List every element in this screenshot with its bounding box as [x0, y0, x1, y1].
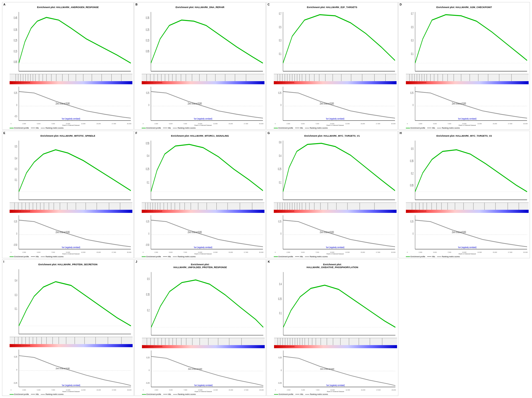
svg-text:0.1: 0.1	[147, 181, 149, 184]
chart-area-I: 0.4 0.3 0.1	[2, 266, 134, 393]
leg-green-I	[10, 394, 14, 395]
panel-label-D: D	[400, 3, 402, 6]
row-1: A Enrichment plot: HALLMARK_ANDROGEN_RES…	[2, 2, 530, 130]
svg-text:'low' (negatively correlated): 'low' (negatively correlated)	[194, 384, 213, 387]
leg-enrich-G: Enrichment profile	[278, 256, 293, 257]
es-chart-J: 0.5 0.35 0.2	[142, 269, 265, 338]
legend-ranking-label: Ranking metric scores	[45, 127, 63, 129]
svg-text:'low' (negatively correlated): 'low' (negatively correlated)	[458, 246, 476, 249]
svg-text:0.1: 0.1	[15, 178, 17, 182]
svg-text:0: 0	[281, 369, 282, 372]
legend-C: Enrichment profile Hits Ranking metric s…	[267, 127, 398, 129]
svg-text:'low' (negatively correlated): 'low' (negatively correlated)	[62, 384, 80, 387]
svg-text:Zero cross at 9180: Zero cross at 9180	[320, 102, 334, 105]
panel-I: I Enrichment plot: HALLMARK_PROTEIN_SECR…	[2, 259, 134, 396]
panel-title-C: Enrichment plot: HALLMARK_E2F_TARGETS	[267, 6, 398, 9]
legend-enrichment-label: Enrichment profile	[14, 127, 29, 129]
panel-title-F: Enrichment plot: HALLMARK_MTORC1_SIGNALI…	[134, 135, 265, 137]
annotation-high-J: high (positively correlated)	[142, 346, 162, 347]
svg-text:0.35: 0.35	[410, 159, 414, 163]
leg-hits-D: Hits	[432, 127, 435, 129]
svg-text:0: 0	[148, 103, 149, 107]
annotation-high-I: high (positively correlated)	[10, 345, 30, 346]
svg-text:0.35: 0.35	[14, 28, 17, 32]
panel-G: G Enrichment plot: HALLMARK_MYC_TARGETS_…	[266, 131, 398, 258]
ranked-chart-K: Zero cross at 9180 0.25 0 -0.25 'low' (n…	[274, 348, 397, 389]
svg-text:'low' (negatively correlated): 'low' (negatively correlated)	[62, 117, 80, 120]
leg-rank-E: Ranking metric scores	[45, 256, 63, 257]
leg-enrich-E: Enrichment profile	[14, 256, 29, 257]
legend-I: Enrichment profile Hits Ranking metric s…	[2, 393, 134, 396]
color-bar-D: high (positively correlated)	[406, 81, 529, 84]
x-axis-label-G: Rank in Ordered Dataset	[274, 253, 397, 255]
svg-text:0.5: 0.5	[411, 25, 414, 29]
panel-label-J: J	[136, 260, 137, 263]
hits-bar-B	[142, 74, 264, 81]
leg-black-I	[31, 394, 35, 394]
es-chart-H: 0.5 0.35 0.2 0.05	[406, 138, 529, 203]
ranked-chart-C: Zero cross at 9180 0.25 0 'low' (negativ…	[274, 84, 397, 123]
chart-area-D: 0.7 0.5 0.3 0.1	[399, 9, 530, 127]
svg-text:0.25: 0.25	[146, 356, 149, 359]
ranked-chart-B: Zero cross at 9180 0.25 0 'low' (negativ…	[142, 84, 264, 123]
leg-green-D	[406, 128, 410, 128]
hits-bar-A	[10, 74, 132, 81]
x-axis-label-I: Rank in Ordered Dataset	[10, 391, 133, 393]
annotation-high-A: high (positively correlated)	[10, 82, 30, 83]
svg-text:0.2: 0.2	[147, 309, 149, 312]
leg-rank-H: Ranking metric scores	[442, 256, 460, 257]
svg-text:-0.25: -0.25	[146, 382, 149, 385]
legend-G: Enrichment profile Hits Ranking metric s…	[267, 255, 398, 258]
panel-title-B: Enrichment plot: HALLMARK_DNA_REPAIR	[134, 6, 265, 9]
chart-area-A: Enrichment score (ES) 0.45 0.35 0.25	[2, 9, 133, 127]
svg-text:0.25: 0.25	[278, 297, 282, 301]
leg-enrich-F: Enrichment profile	[146, 256, 161, 257]
panel-label-G: G	[268, 131, 270, 135]
svg-text:0.5: 0.5	[147, 277, 149, 280]
svg-text:0.05: 0.05	[14, 60, 17, 64]
legend-J: Enrichment profile Hits Ranking metric s…	[135, 393, 266, 396]
es-chart-A: Enrichment score (ES) 0.45 0.35 0.25	[10, 9, 132, 74]
panel-label-E: E	[3, 131, 5, 135]
legend-hits-A: Hits	[31, 127, 39, 129]
annotation-high-B: high (positively correlated)	[142, 82, 162, 83]
svg-text:'low' (negatively correlated): 'low' (negatively correlated)	[194, 246, 212, 249]
leg-gray-E	[41, 256, 45, 257]
leg-hits-H: Hits	[432, 256, 435, 257]
leg-green-F	[142, 256, 146, 257]
leg-hits-E: Hits	[36, 256, 39, 257]
panel-title-K: Enrichment plot:HALLMARK_OXIDATIVE_PHOSP…	[267, 263, 398, 269]
svg-text:Zero cross at 9180: Zero cross at 9180	[188, 367, 202, 370]
svg-text:0.25: 0.25	[146, 220, 149, 223]
leg-gray-K	[305, 394, 309, 395]
leg-black-C	[295, 128, 299, 128]
svg-text:'low' (negatively correlated): 'low' (negatively correlated)	[458, 117, 476, 120]
panel-label-H: H	[400, 131, 402, 135]
leg-hits-K: Hits	[300, 393, 303, 395]
legend-black-icon	[31, 128, 35, 128]
legend-gray-icon	[41, 128, 45, 128]
main-grid: A Enrichment plot: HALLMARK_ANDROGEN_RES…	[0, 0, 532, 398]
ranked-chart-G: Zero cross at 9180 0.25 0 'low' (negativ…	[274, 213, 397, 252]
svg-text:0.1: 0.1	[279, 52, 282, 56]
leg-gray-G	[305, 256, 309, 257]
legend-ranking-A: Ranking metric scores	[41, 127, 63, 129]
panel-label-I: I	[3, 260, 4, 263]
svg-text:0: 0	[16, 103, 17, 107]
svg-text:-0.50: -0.50	[13, 243, 17, 246]
svg-text:0.1: 0.1	[279, 311, 282, 315]
svg-text:Zero cross at 9180: Zero cross at 9180	[56, 102, 70, 105]
svg-text:0: 0	[148, 232, 149, 235]
leg-gray-B	[173, 128, 177, 128]
chart-area-B: 0.35 0.25 0.15 0.05	[134, 9, 265, 127]
svg-text:0.25: 0.25	[410, 220, 414, 223]
color-bar-A: high (positively correlated)	[10, 81, 132, 84]
panel-label-F: F	[135, 131, 137, 135]
leg-black-H	[427, 256, 431, 257]
x-axis-label-A: Rank in Ordered Dataset	[10, 124, 132, 127]
panel-H: H Enrichment plot: HALLMARK_MYC_TARGETS_…	[398, 131, 530, 258]
ranked-chart-D: Zero cross at 9180 0.25 0 'low' (negativ…	[406, 84, 529, 123]
row-3: I Enrichment plot: HALLMARK_PROTEIN_SECR…	[2, 259, 530, 396]
svg-text:0.45: 0.45	[14, 16, 17, 20]
svg-text:0.4: 0.4	[15, 157, 17, 160]
